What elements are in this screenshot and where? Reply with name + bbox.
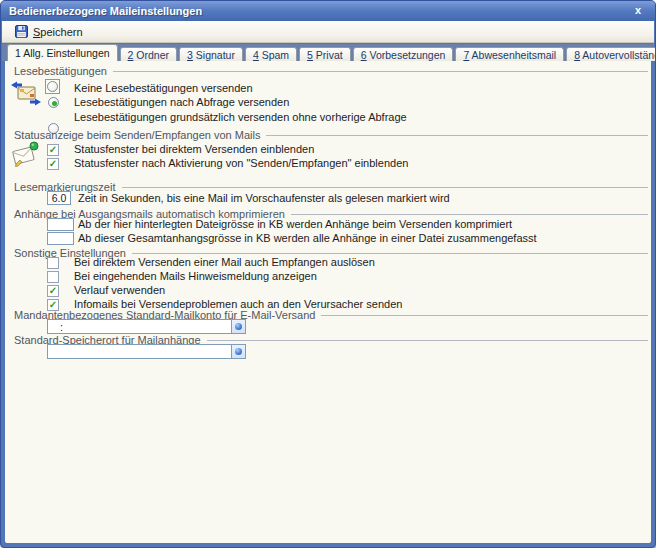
combo-value[interactable]: :	[47, 319, 231, 334]
tab-vorbesetzungen[interactable]: 6 Vorbesetzungen	[353, 47, 454, 61]
titlebar: Bedienerbezogene Maileinstellungen x	[1, 1, 655, 21]
combine-size-kb-input[interactable]	[47, 232, 74, 245]
tab-signatur[interactable]: 3 Signatur	[179, 47, 243, 61]
checkbox-verlauf[interactable]: ✓	[47, 285, 59, 297]
dropdown-icon	[235, 348, 242, 355]
checkbox-statusfenster-direkt[interactable]: ✓	[47, 144, 59, 156]
read-mark-label: Zeit in Sekunden, bis eine Mail im Vorsc…	[78, 192, 450, 204]
window-title: Bedienerbezogene Maileinstellungen	[9, 5, 202, 17]
section-divider	[266, 135, 648, 136]
radio-label: Keine Lesebestätigungen versenden	[74, 82, 253, 94]
standard-mailkonto-combo[interactable]: :	[47, 319, 246, 334]
compress-size-kb-input[interactable]	[47, 218, 74, 231]
read-mark-seconds-input[interactable]	[47, 191, 71, 205]
check-icon: ✓	[49, 159, 57, 169]
radio-circle	[47, 81, 58, 92]
check-icon: ✓	[49, 286, 57, 296]
dropdown-icon	[235, 323, 242, 330]
tab-privat[interactable]: 5 Privat	[299, 47, 351, 61]
checkbox-statusfenster-sendenempfangen[interactable]: ✓	[47, 158, 59, 170]
section-header-statusanzeige: Statusanzeige beim Senden/Empfangen von …	[14, 129, 648, 141]
section-divider	[321, 315, 648, 316]
save-icon	[15, 25, 28, 38]
speicherort-combo[interactable]	[47, 344, 246, 359]
radio-nach-abfrage[interactable]	[48, 97, 59, 108]
save-button[interactable]: Speichern	[8, 22, 90, 41]
checkbox-label: Statusfenster bei direktem Versenden ein…	[74, 143, 314, 155]
close-icon[interactable]: x	[631, 3, 645, 17]
radio-label: Lesebestätigungen grundsätzlich versende…	[74, 111, 407, 123]
check-icon: ✓	[49, 145, 57, 155]
tab-spam[interactable]: 4 Spam	[245, 47, 297, 61]
checkbox-empfangen-ausloesen[interactable]: ✓	[47, 257, 59, 269]
screen: Bedienerbezogene Maileinstellungen x Spe…	[0, 0, 656, 548]
tab-ordner[interactable]: 2 Ordner	[120, 47, 177, 61]
section-divider	[132, 253, 648, 254]
combo-dropdown-button[interactable]	[231, 319, 246, 334]
send-receive-mail-icon	[11, 81, 41, 107]
tab-bar: 1 Allg. Einstellungen 2 Ordner 3 Signatu…	[2, 44, 654, 61]
combo-value[interactable]	[47, 344, 231, 359]
radio-label: Lesebestätigungen nach Abfrage versenden	[74, 96, 289, 108]
section-divider	[207, 340, 648, 341]
checkbox-hinweismeldung[interactable]: ✓	[47, 271, 59, 283]
check-icon: ✓	[49, 300, 57, 310]
checkbox-label: Bei direktem Versenden einer Mail auch E…	[74, 256, 375, 268]
settings-window: Bedienerbezogene Maileinstellungen x Spe…	[0, 0, 656, 548]
tab-allg-einstellungen[interactable]: 1 Allg. Einstellungen	[7, 44, 118, 61]
status-mail-icon	[10, 140, 42, 169]
checkbox-label: Bei eingehenden Mails Hinweismeldung anz…	[74, 270, 317, 282]
compress-size-label: Ab der hier hinterlegten Dateigrösse in …	[78, 218, 512, 230]
section-divider	[122, 187, 649, 188]
tab-autovervollstaendigung[interactable]: 8 Autovervollständigung	[566, 47, 656, 61]
save-button-label: Speichern	[33, 26, 83, 38]
section-divider	[291, 214, 648, 215]
section-header-lesebestaetigungen: Lesebestätigungen	[14, 65, 648, 77]
combo-dropdown-button[interactable]	[231, 344, 246, 359]
radio-keine-lesebestaetigungen[interactable]	[45, 79, 60, 94]
tab-abwesenheitsmail[interactable]: 7 Abwesenheitsmail	[455, 47, 564, 61]
toolbar: Speichern	[2, 21, 654, 43]
section-divider	[113, 71, 648, 72]
checkbox-label: Verlauf verwenden	[74, 284, 165, 296]
tab-content-allg-einstellungen: Lesebestätigungen Keine Lesebestätigunge…	[5, 61, 651, 543]
combine-size-label: Ab dieser Gesamtanhangsgrösse in KB werd…	[78, 232, 537, 244]
checkbox-label: Statusfenster nach Aktivierung von "Send…	[74, 157, 408, 169]
